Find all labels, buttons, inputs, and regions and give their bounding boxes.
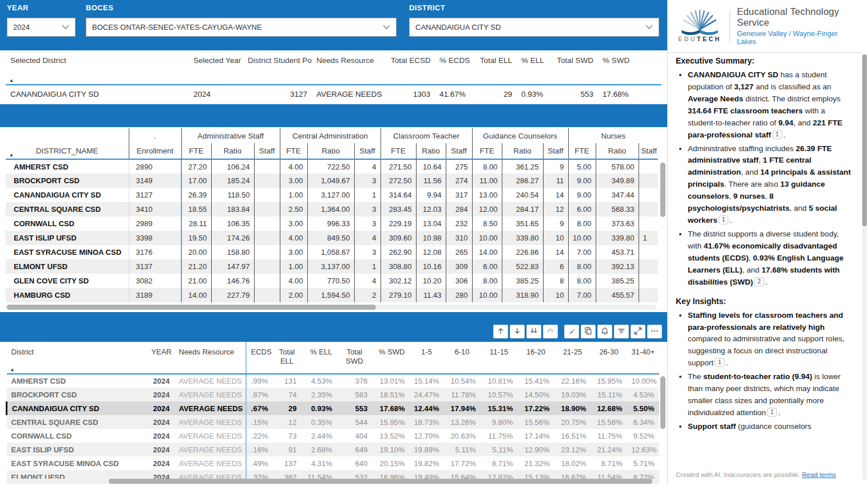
read-terms-link[interactable]: Read terms (802, 471, 836, 478)
column-header[interactable]: Total SWD (551, 52, 598, 85)
filter-button[interactable] (614, 325, 629, 338)
column-header[interactable]: Ratio (416, 143, 446, 159)
boces-dropdown[interactable]: BOCES ONTAR-SENEC-YATES-CAYUGA-WAYNE (86, 18, 397, 37)
summary-row[interactable]: CANANDAIGUA CITY SD20243127AVERAGE NEEDS… (6, 85, 661, 102)
panel-scrollbar-thumb[interactable] (862, 54, 867, 226)
staffing-row[interactable]: EAST ISLIP UFSD339819.50174.264.00849.50… (6, 231, 658, 245)
group-header[interactable]: Guidance Counselors (472, 128, 568, 143)
cell: AVERAGE NEEDS (175, 456, 246, 470)
column-header[interactable]: District Student Population (243, 52, 312, 85)
expand-hierarchy-button[interactable] (543, 325, 558, 338)
cell: 4.31% (302, 456, 337, 470)
staffing-row[interactable]: EAST SYRACUSE MINOA CSD317620.00158.803.… (6, 245, 658, 259)
column-header-label: Ratio (224, 147, 242, 155)
district-dropdown[interactable]: CANANDAIGUA CITY SD (409, 18, 659, 37)
column-header[interactable]: FTE (568, 143, 596, 159)
column-header[interactable]: 21-25 (554, 342, 591, 374)
district-row[interactable]: EAST ISLIP UFSD2024AVERAGE NEEDS.16%912.… (7, 443, 659, 456)
district-row[interactable]: AMHERST CSD2024AVERAGE NEEDS.99%1314.53%… (7, 374, 659, 388)
cell: 17.68% (598, 85, 637, 102)
cell: 3082 (129, 274, 181, 288)
staffing-row[interactable]: HAMBURG CSD318914.00227.792.001,594.5022… (6, 288, 658, 302)
column-header[interactable]: % ECDS (435, 52, 474, 85)
column-header[interactable]: Staff (446, 143, 472, 159)
column-header[interactable]: Ratio (211, 143, 254, 159)
column-header[interactable]: Total ELL (474, 52, 517, 85)
staffing-row[interactable]: CENTRAL SQUARE CSD341018.55183.842.501,3… (6, 202, 658, 216)
cell: 2.35% (302, 388, 337, 401)
district-row[interactable]: CANANDAIGUA CITY SD2024AVERAGE NEEDS.67%… (7, 401, 659, 415)
group-header[interactable]: Nurses (568, 128, 658, 143)
column-header[interactable]: FTE (381, 143, 416, 159)
column-header[interactable]: Ratio (502, 143, 543, 159)
column-header[interactable]: % ELL (517, 52, 551, 85)
alert-button[interactable] (597, 325, 612, 338)
citation-badge[interactable]: 1 (767, 408, 778, 417)
district-row[interactable]: CORNWALL CSD2024AVERAGE NEEDS.22%732.44%… (7, 429, 659, 443)
staffing-row[interactable]: AMHERST CSD289027.20106.244.00722.504271… (6, 159, 658, 174)
column-header[interactable]: 26-30 (591, 342, 627, 374)
column-header[interactable]: FTE (181, 143, 211, 159)
column-header[interactable]: % ELL (302, 342, 337, 374)
column-header[interactable]: DISTRICT_NAME (6, 143, 129, 159)
column-header[interactable]: % SWD (598, 52, 637, 85)
column-header[interactable]: Total ELL (273, 342, 302, 374)
group-header[interactable]: Classroom Teacher (381, 128, 472, 143)
year-dropdown[interactable]: 2024 (7, 18, 76, 37)
column-header[interactable]: Ratio (596, 143, 639, 159)
column-header[interactable]: Total ECSD (386, 52, 435, 85)
bold-text: 9.94 (778, 119, 793, 127)
column-header[interactable]: Staff (543, 143, 568, 159)
column-header[interactable]: FTE (280, 143, 307, 159)
district-row[interactable]: BROCKPORT CSD2024AVERAGE NEEDS.87%742.35… (7, 388, 659, 401)
citation-badge[interactable]: 2 (754, 277, 764, 286)
focus-mode-button[interactable] (631, 325, 645, 338)
column-header[interactable]: % SWD (372, 342, 410, 374)
citation-badge[interactable]: 1 (715, 358, 725, 367)
staffing-row[interactable]: CANANDAIGUA CITY SD312726.39118.501.003,… (6, 188, 658, 202)
column-header[interactable]: Selected District (6, 52, 189, 85)
column-header[interactable]: 31-40+ (627, 342, 659, 374)
horizontal-scrollbar-thumb[interactable] (109, 479, 652, 484)
horizontal-scrollbar-thumb[interactable] (7, 305, 376, 310)
district-row[interactable]: EAST SYRACUSE MINOA CSD2024AVERAGE NEEDS… (7, 456, 659, 470)
staffing-row[interactable]: GLEN COVE CITY SD308221.00146.764.00770.… (6, 274, 658, 288)
expand-next-level-button[interactable] (526, 325, 541, 338)
column-header[interactable]: FTE (472, 143, 502, 159)
cell: 404 (337, 429, 372, 443)
copy-button[interactable] (581, 325, 596, 338)
drill-down-button[interactable] (510, 325, 525, 338)
column-header[interactable]: ECDS (246, 342, 273, 374)
district-row[interactable]: CENTRAL SQUARE CSD2024AVERAGE NEEDS.15%1… (7, 415, 659, 429)
column-header[interactable]: 16-20 (518, 342, 554, 374)
column-header[interactable]: 1-5 (410, 342, 444, 374)
bold-text: Average Needs (688, 94, 743, 103)
column-header[interactable]: YEAR (147, 342, 175, 374)
citation-badge[interactable]: 1 (719, 215, 729, 224)
vertical-scrollbar-thumb[interactable] (660, 163, 665, 217)
vertical-scrollbar-thumb[interactable] (660, 376, 665, 429)
column-header[interactable]: Selected Year (189, 52, 243, 85)
column-header[interactable]: Ratio (307, 143, 354, 159)
column-header[interactable]: Needs Resource (175, 342, 246, 374)
column-header[interactable]: 11-15 (481, 342, 518, 374)
staffing-row[interactable]: BROCKPORT CSD314917.00185.243.001,049.67… (6, 174, 658, 188)
group-header[interactable]: Administrative Staff (181, 128, 280, 143)
pin-button[interactable] (564, 325, 579, 338)
group-header[interactable]: Central Administration (280, 128, 381, 143)
column-header[interactable]: Enrollment (129, 143, 181, 159)
staffing-row[interactable]: CORNWALL CSD298928.11106.353.00996.33322… (6, 216, 658, 231)
column-header[interactable]: Staff (639, 143, 658, 159)
column-header[interactable]: Total SWD (337, 342, 372, 374)
column-header[interactable]: Staff (254, 143, 280, 159)
more-options-button[interactable] (647, 325, 662, 338)
cell: 106.24 (211, 159, 254, 174)
column-header[interactable]: Staff (354, 143, 381, 159)
column-header[interactable]: Needs Resource (312, 52, 386, 85)
column-header[interactable]: 6-10 (444, 342, 481, 374)
staffing-row[interactable]: ELMONT UFSD313721.20147.971.003,137.0013… (6, 259, 658, 274)
drill-up-button[interactable] (493, 325, 508, 338)
column-header[interactable]: District (7, 342, 147, 374)
focus-mode-icon (633, 326, 643, 337)
citation-badge[interactable]: 1 (772, 130, 783, 139)
